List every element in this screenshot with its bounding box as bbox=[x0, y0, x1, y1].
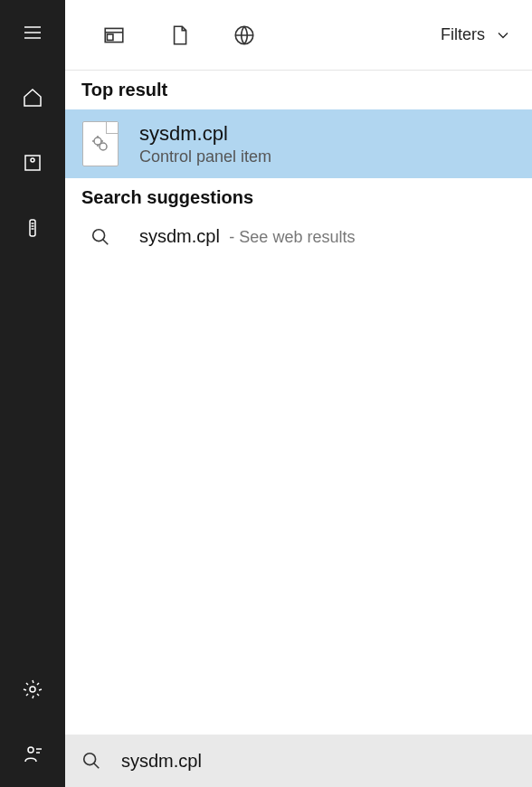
settings-button[interactable] bbox=[0, 657, 65, 722]
svg-rect-13 bbox=[107, 33, 113, 39]
svg-point-4 bbox=[31, 158, 34, 162]
top-result-item[interactable]: sysdm.cpl Control panel item bbox=[65, 109, 532, 178]
result-text: sysdm.cpl Control panel item bbox=[139, 122, 271, 166]
top-tabs: Filters bbox=[65, 0, 532, 71]
svg-point-19 bbox=[84, 754, 96, 765]
tab-apps[interactable] bbox=[81, 0, 147, 71]
cpl-file-icon bbox=[82, 121, 119, 166]
sidebar bbox=[0, 0, 65, 787]
result-title: sysdm.cpl bbox=[139, 122, 271, 146]
documents-tab-icon bbox=[167, 24, 191, 47]
suggestion-extra: - See web results bbox=[229, 228, 355, 246]
main-panel: Filters Top result sysdm.cpl Control pan… bbox=[65, 0, 532, 787]
top-result-header: Top result bbox=[65, 71, 532, 109]
filters-button[interactable]: Filters bbox=[441, 25, 532, 44]
svg-point-16 bbox=[100, 143, 107, 150]
suggestion-text: sysdm.cpl - See web results bbox=[139, 226, 355, 247]
filters-label: Filters bbox=[441, 25, 485, 44]
result-icon bbox=[81, 120, 119, 167]
search-icon bbox=[81, 751, 101, 771]
menu-button[interactable] bbox=[0, 0, 65, 65]
svg-point-17 bbox=[93, 229, 105, 241]
home-button[interactable] bbox=[0, 65, 65, 130]
photo-button[interactable] bbox=[0, 130, 65, 195]
web-tab-icon bbox=[233, 24, 256, 47]
remote-icon bbox=[22, 217, 43, 239]
result-subtitle: Control panel item bbox=[139, 147, 271, 166]
svg-point-9 bbox=[30, 687, 35, 692]
tab-web[interactable] bbox=[212, 0, 277, 71]
tab-documents[interactable] bbox=[147, 0, 212, 71]
feedback-button[interactable] bbox=[0, 722, 65, 787]
home-icon bbox=[22, 87, 43, 109]
results-area: Top result sysdm.cpl Control panel item … bbox=[65, 71, 532, 735]
search-input[interactable] bbox=[121, 751, 516, 772]
search-icon bbox=[81, 227, 119, 247]
suggestions-header: Search suggestions bbox=[65, 178, 532, 217]
svg-rect-5 bbox=[30, 220, 35, 236]
suggestion-term: sysdm.cpl bbox=[139, 226, 220, 246]
svg-line-20 bbox=[94, 763, 100, 769]
remote-button[interactable] bbox=[0, 195, 65, 261]
suggestion-item[interactable]: sysdm.cpl - See web results bbox=[65, 217, 532, 256]
apps-tab-icon bbox=[102, 24, 126, 47]
search-bar bbox=[65, 735, 532, 787]
menu-icon bbox=[22, 22, 43, 43]
feedback-icon bbox=[22, 744, 43, 765]
svg-line-18 bbox=[103, 239, 109, 244]
photo-icon bbox=[22, 152, 43, 174]
svg-point-10 bbox=[28, 747, 33, 753]
settings-icon bbox=[22, 678, 43, 700]
chevron-down-icon bbox=[494, 26, 512, 44]
